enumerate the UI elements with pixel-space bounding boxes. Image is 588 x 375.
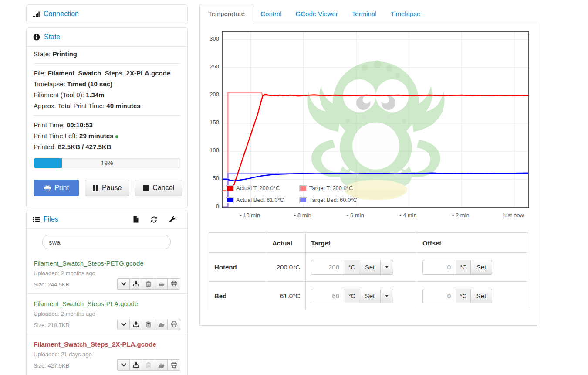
y-tick-label: 100: [200, 147, 219, 153]
bed-label: Bed: [209, 282, 267, 310]
legend-label: Actual Bed: 61.0°C: [236, 197, 284, 203]
tab-gcode-viewer[interactable]: GCode Viewer: [289, 4, 345, 24]
y-tick-label: 300: [200, 35, 219, 42]
file-uploaded: Uploaded: 2 months ago: [34, 269, 180, 278]
filament-line: Filament (Tool 0): 1.34m: [34, 89, 180, 100]
x-tick-label: - 10 min: [230, 212, 270, 218]
hotend-label: Hotend: [209, 253, 267, 282]
celsius-unit-addon: °C: [345, 260, 359, 275]
file-name[interactable]: Filament_Swatch_Steps_2X-PLA.gcode: [34, 339, 180, 350]
files-header[interactable]: Files: [27, 210, 187, 229]
download-icon[interactable]: [130, 319, 142, 330]
tab-timelapse[interactable]: Timelapse: [384, 4, 428, 24]
caret-down-icon: [385, 266, 389, 268]
hotend-offset-set-button[interactable]: Set: [471, 260, 493, 275]
trash-icon[interactable]: [142, 319, 155, 330]
timelapse-line: Timelapse: Timed (10 sec): [34, 78, 180, 89]
tab-temperature[interactable]: Temperature: [199, 4, 253, 24]
file-uploaded: Uploaded: 2 months ago: [34, 309, 180, 319]
hotend-row: Hotend 200.0°C °C Set °C Set: [209, 253, 528, 282]
file-size: Size: 427.5KB: [34, 361, 69, 371]
files-panel: Files Filament_Swatch_Steps-PETG.gcode U…: [26, 210, 188, 375]
chevron-down-icon[interactable]: [117, 278, 130, 290]
legend-label: Target Bed: 60.0°C: [309, 197, 357, 203]
divider: [34, 115, 180, 116]
file-name[interactable]: Filament_Swatch_Steps-PLA.gcode: [34, 298, 180, 309]
x-tick-label: - 8 min: [283, 212, 322, 218]
upload-blank-file-icon[interactable]: [133, 216, 139, 223]
x-tick-label: just now: [494, 212, 533, 218]
print-button[interactable]: Print: [34, 180, 79, 196]
file-entry: Filament_Swatch_Steps-PLA.gcode Uploaded…: [27, 293, 187, 334]
temperature-chart: Actual T: 200.0°C Target T: 200.0°C Actu…: [222, 31, 529, 208]
file-size: Size: 218.7KB: [34, 320, 69, 330]
bed-target-dropdown-button[interactable]: [381, 289, 393, 303]
bed-offset-set-button[interactable]: Set: [471, 289, 493, 303]
printer-icon[interactable]: [168, 359, 180, 371]
info-circle-icon: [33, 34, 40, 41]
folder-open-icon[interactable]: [155, 319, 168, 330]
file-search-input[interactable]: [42, 235, 171, 249]
printer-icon[interactable]: [168, 278, 180, 290]
bed-offset-input[interactable]: [422, 289, 456, 303]
y-tick-label: 200: [200, 91, 219, 98]
x-tick-label: - 6 min: [336, 212, 375, 218]
file-actions: [117, 278, 180, 290]
pause-icon: [93, 185, 98, 191]
y-tick-label: 0: [200, 203, 219, 209]
print-time-left-line: Print Time Left: 29 minutes: [34, 130, 180, 141]
state-panel: State State: Printing File: Filament_Swa…: [26, 27, 188, 208]
pause-button[interactable]: Pause: [85, 180, 129, 196]
file-name[interactable]: Filament_Swatch_Steps-PETG.gcode: [34, 258, 180, 269]
caret-down-icon: [385, 295, 389, 297]
y-tick-label: 150: [200, 119, 219, 126]
x-tick-label: - 2 min: [441, 212, 480, 218]
refresh-icon[interactable]: [151, 216, 157, 223]
legend-swatch-target-bed: [299, 197, 307, 203]
time-left-accuracy-dot: [115, 135, 118, 138]
signal-bars-icon: [33, 11, 40, 17]
trash-icon[interactable]: [142, 278, 155, 290]
celsius-unit-addon: °C: [456, 289, 471, 303]
header-empty: [209, 233, 267, 253]
cancel-button[interactable]: Cancel: [135, 180, 182, 196]
hotend-target-input[interactable]: [311, 260, 345, 275]
folder-open-icon[interactable]: [155, 278, 168, 290]
bed-target-set-button[interactable]: Set: [359, 289, 381, 303]
bed-target-input[interactable]: [311, 289, 345, 303]
folder-open-icon[interactable]: [155, 359, 168, 371]
list-icon: [33, 216, 40, 222]
chevron-down-icon[interactable]: [117, 319, 130, 330]
download-icon[interactable]: [130, 278, 142, 290]
file-line: File: Filament_Swatch_Steps_2X-PLA.gcode: [34, 68, 180, 78]
file-entry: Filament_Swatch_Steps-PETG.gcode Uploade…: [27, 253, 187, 293]
hotend-target-dropdown-button[interactable]: [381, 260, 393, 275]
file-entry: Filament_Swatch_Steps_2X-PLA.gcode Uploa…: [27, 334, 187, 375]
printer-icon: [44, 185, 51, 191]
connection-header[interactable]: Connection: [27, 5, 187, 23]
celsius-unit-addon: °C: [345, 289, 359, 303]
hotend-offset-input[interactable]: [422, 260, 456, 275]
chart-legend: Actual T: 200.0°C Target T: 200.0°C Actu…: [226, 182, 357, 206]
x-tick-label: - 4 min: [389, 212, 428, 218]
hotend-target-set-button[interactable]: Set: [359, 260, 381, 275]
file-actions: [117, 359, 180, 371]
tab-control[interactable]: Control: [253, 4, 288, 24]
state-header[interactable]: State: [27, 28, 187, 47]
legend-swatch-target-tool: [299, 185, 307, 191]
wrench-icon[interactable]: [169, 216, 176, 223]
tab-bar: Temperature Control GCode Viewer Termina…: [199, 4, 537, 24]
chevron-down-icon[interactable]: [117, 359, 130, 371]
printer-icon[interactable]: [168, 319, 180, 330]
divider: [34, 63, 180, 64]
progress-percent-label: 19%: [34, 158, 180, 168]
trash-icon[interactable]: [142, 359, 155, 371]
download-icon[interactable]: [130, 359, 142, 371]
temperature-tab-content: 050100150200250300: [199, 24, 537, 326]
hotend-actual-value: 200.0°C: [267, 253, 306, 282]
stop-icon: [143, 185, 149, 191]
printed-line: Printed: 82.5KB / 427.5KB: [34, 141, 180, 152]
tab-terminal[interactable]: Terminal: [345, 4, 384, 24]
file-uploaded: Uploaded: 21 days ago: [34, 350, 180, 359]
legend-label: Actual T: 200.0°C: [236, 185, 280, 191]
